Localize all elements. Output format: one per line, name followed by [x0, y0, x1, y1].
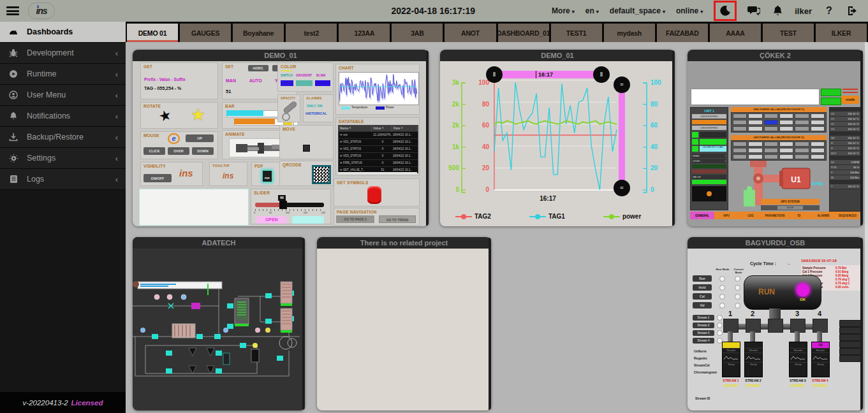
- color-swatch-teal[interactable]: [296, 80, 313, 86]
- card-scrollbar[interactable]: [489, 238, 491, 410]
- card-scrollbar[interactable]: [426, 50, 429, 226]
- dark-button[interactable]: [700, 132, 726, 138]
- ins-logo-small[interactable]: ins: [223, 171, 233, 180]
- color-switch-label[interactable]: SWITCH: [281, 74, 293, 77]
- notifications-bell-icon[interactable]: [771, 4, 784, 17]
- legend-item-tag2[interactable]: TAG2: [455, 213, 491, 220]
- slider-track[interactable]: [283, 203, 324, 207]
- cyan-button[interactable]: [292, 216, 324, 224]
- tab-mydash[interactable]: mydash: [604, 24, 655, 42]
- card-scrollbar[interactable]: [672, 50, 675, 226]
- tab-boyahane[interactable]: Boyahane: [233, 24, 284, 42]
- go-to-trend-button[interactable]: GO TO TREND: [379, 215, 416, 223]
- table-row[interactable]: ✛ VD3_STATUS018/04/22 16:1..: [339, 152, 418, 159]
- dark-mode-toggle[interactable]: [714, 1, 737, 21]
- hamburger-menu-icon[interactable]: [6, 6, 19, 15]
- cokek-nav-hpu[interactable]: HPU: [714, 212, 739, 219]
- right-mini-button[interactable]: [839, 341, 861, 348]
- tab-test[interactable]: TEST: [763, 24, 814, 42]
- table-row[interactable]: ✛ VD1_STATUS018/04/22 16:1..: [339, 138, 418, 145]
- stream-button-1[interactable]: Stream 1: [693, 315, 714, 321]
- green-button-1[interactable]: [821, 89, 841, 96]
- right-mini-button[interactable]: [839, 320, 861, 327]
- mode-button-val[interactable]: Val: [693, 302, 712, 308]
- chart-v-scrollbar[interactable]: [619, 84, 625, 185]
- color-swatch-blue2[interactable]: [315, 80, 330, 86]
- datatable-col-value[interactable]: Value ˄: [372, 126, 392, 131]
- stream-button-4[interactable]: Stream 4: [693, 338, 714, 344]
- black-star-icon[interactable]: ★: [157, 106, 173, 126]
- color-blink-label[interactable]: BLINK: [316, 74, 326, 77]
- open-button[interactable]: OPEN: [256, 216, 287, 224]
- right-mini-button[interactable]: [839, 334, 861, 341]
- mode-button-run[interactable]: Run: [693, 275, 712, 282]
- mouse-over-button[interactable]: OVER: [168, 147, 189, 155]
- horz-button[interactable]: HORZ.: [248, 65, 268, 71]
- logout-icon[interactable]: [846, 4, 859, 17]
- table-row[interactable]: ✛ FIRE_STATUS018/04/22 16:1..: [339, 159, 418, 166]
- datatable-col-date[interactable]: Date ˄: [392, 126, 418, 131]
- onoff-button[interactable]: ON/OFF: [143, 174, 172, 182]
- cokek-nav-parameters[interactable]: PARAMETERS: [763, 212, 787, 219]
- username[interactable]: ilker: [795, 6, 812, 16]
- slider-handle[interactable]: [279, 201, 287, 209]
- card-scrollbar[interactable]: [860, 238, 863, 410]
- app-logo[interactable]: ins: [28, 3, 55, 19]
- tab-anot[interactable]: ANOT: [445, 24, 496, 42]
- scroll-handle-left[interactable]: ‖: [486, 66, 503, 83]
- stream-button-3[interactable]: Stream 3: [693, 330, 714, 336]
- go-to-page-button[interactable]: GO TO PAGE 1: [336, 215, 374, 223]
- card-scrollbar[interactable]: [860, 50, 863, 226]
- cokek-nav-io[interactable]: IO: [787, 212, 811, 219]
- dashboard-card-bagyurdu[interactable]: BAGYURDU_OSB Cycle Time : - 19/01/2018 1…: [688, 237, 863, 410]
- sidebar-item-notifications[interactable]: Notifications‹: [0, 106, 126, 127]
- tab-aaaa[interactable]: AAAA: [710, 24, 761, 42]
- set-auto-option[interactable]: AUTO: [249, 78, 262, 83]
- set-man-option[interactable]: MAN: [226, 78, 236, 83]
- menu-space[interactable]: default_space▾: [610, 6, 665, 15]
- stream-button-2[interactable]: Stream 2: [693, 322, 714, 328]
- move-handle[interactable]: [303, 145, 310, 152]
- dashboard-card-demo01-widgets[interactable]: DEMO_01 GET Prefix - Value - Suffix TAG …: [133, 50, 429, 226]
- card-scrollbar[interactable]: [302, 238, 305, 410]
- dashboard-card-empty[interactable]: There is no related project: [317, 237, 491, 410]
- tab-gauges[interactable]: GAUGES: [180, 24, 231, 42]
- menu-language[interactable]: en▾: [585, 6, 599, 15]
- legend-item-tag1[interactable]: TAG1: [529, 213, 565, 220]
- tab-dashboard-01[interactable]: DASHBOARD_01: [498, 24, 549, 42]
- tab-test1[interactable]: TEST1: [551, 24, 602, 42]
- hpu-mode-button[interactable]: MODE: [777, 206, 803, 210]
- tab-demo-01[interactable]: DEMO 01: [127, 24, 178, 42]
- mouse-up-button[interactable]: UP: [186, 134, 214, 142]
- vscroll-handle-top[interactable]: =: [614, 76, 630, 93]
- vscroll-handle-bottom[interactable]: =: [614, 180, 630, 196]
- tab-ilker[interactable]: ILKER: [816, 24, 867, 42]
- chat-icon[interactable]: [747, 4, 760, 17]
- cokek-nav-sequences[interactable]: SEQUENCES: [835, 212, 860, 219]
- sidebar-item-development[interactable]: Development‹: [0, 43, 126, 64]
- datatable-col-name[interactable]: Name ˄: [339, 126, 372, 131]
- table-row[interactable]: ✛ vov21.1264107N..18/04/22 16:1..: [339, 131, 418, 138]
- dashboard-card-demo01-chart[interactable]: DEMO_01 3k2k2k1k500010080604020010080604…: [440, 50, 675, 226]
- sidebar-item-dashboards[interactable]: Dashboards: [0, 22, 126, 43]
- right-mini-button[interactable]: [839, 348, 861, 355]
- dashboard-card-cokek2[interactable]: ÇÖKEK 2 scada UNIT 1 UNDERSPEED UNDERSPE…: [688, 50, 863, 226]
- sidebar-item-backup-restore[interactable]: Backup/Restore‹: [0, 127, 126, 148]
- tab-3ab[interactable]: 3AB: [392, 24, 443, 42]
- dashboard-card-adatech[interactable]: ADATECH: [133, 237, 305, 410]
- spt-load-button[interactable]: 100 MW SPT LOAD: [700, 146, 726, 152]
- yellow-star-icon[interactable]: ★: [191, 105, 205, 125]
- mouse-click-button[interactable]: CLICK: [143, 147, 165, 155]
- pdf-icon[interactable]: PDF: [263, 171, 272, 182]
- right-mini-button[interactable]: [839, 327, 861, 334]
- color-swatch-blue[interactable]: [281, 80, 293, 86]
- sidebar-item-settings[interactable]: Settings‹: [0, 148, 126, 169]
- tab-faizabad[interactable]: FAIZABAD: [657, 24, 708, 42]
- mouse-down-button[interactable]: DOWN: [192, 147, 214, 155]
- color-gradient-label[interactable]: GRADIENT: [296, 74, 312, 77]
- mode-button-hold[interactable]: Hold: [693, 284, 712, 291]
- scroll-handle-right[interactable]: ‖: [593, 66, 610, 83]
- menu-online-status[interactable]: online▾: [676, 6, 703, 15]
- sidebar-item-user-menu[interactable]: User Menu‹: [0, 85, 126, 106]
- sidebar-item-runtime[interactable]: Runtime‹: [0, 64, 126, 85]
